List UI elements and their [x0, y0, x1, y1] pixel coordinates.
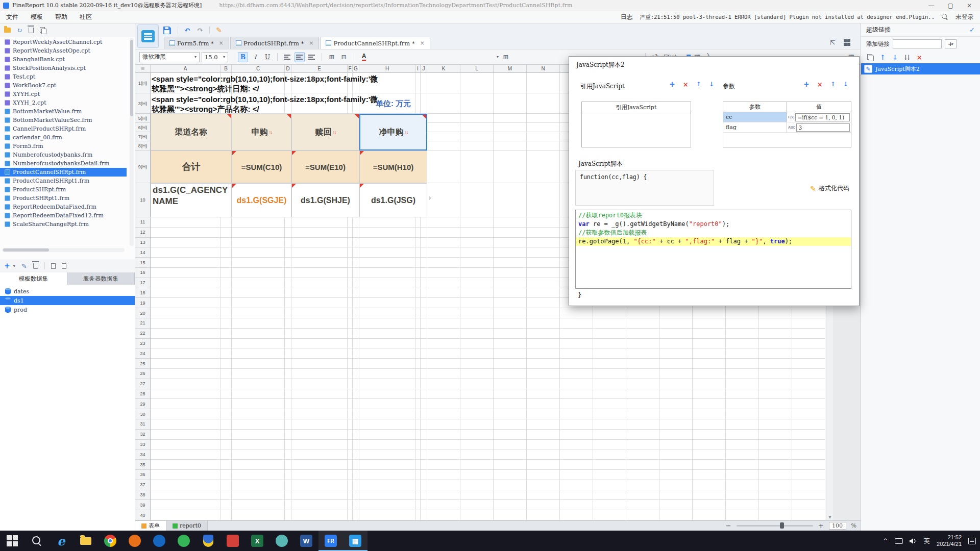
font-size-select[interactable]: 15.0▾	[202, 52, 228, 62]
file-tree-item[interactable]: NumberofcustodybanksDetail.frm	[0, 159, 127, 168]
ref-down-icon[interactable]: ↓	[709, 81, 714, 88]
start-button[interactable]	[0, 531, 24, 551]
file-tree-item[interactable]: ReportRedeemDataFixed12.frm	[0, 211, 127, 220]
file-tree-item[interactable]: carlendar_00.frm	[0, 133, 127, 142]
cell-unit-label[interactable]: 单位: 万元	[359, 93, 427, 114]
template-web-settings-button[interactable]	[137, 24, 159, 48]
font-color-caret-icon[interactable]: ▾	[497, 55, 499, 59]
cell-net-subscribe-header-selected[interactable]: 净申购↑↓	[359, 114, 427, 151]
file-tree-hscrollbar[interactable]	[2, 248, 125, 252]
cell-subscribe-header[interactable]: 申购↑↓	[232, 114, 291, 151]
cell-sum-h10[interactable]: =SUM(H10)	[359, 151, 427, 183]
tab-report0[interactable]: report0	[166, 521, 208, 531]
layout-grid-icon[interactable]	[844, 39, 850, 46]
param-value[interactable]: F(x)=if($cc = 1, 0, 1)	[787, 112, 851, 122]
param-row[interactable]: ccF(x)=if($cc = 1, 0, 1)	[723, 112, 851, 122]
dataset-tab[interactable]: 服务器数据集	[67, 272, 135, 285]
add-ref-icon[interactable]: +	[669, 80, 675, 88]
param-row[interactable]: flagABC3	[723, 122, 851, 133]
close-tab-icon[interactable]: ×	[219, 40, 224, 46]
remove-ref-icon[interactable]: ×	[683, 81, 689, 88]
delete-dataset-icon[interactable]	[33, 263, 38, 269]
chrome-button[interactable]	[98, 531, 122, 551]
hyperlink-item[interactable]: ✎JavaScript脚本2	[861, 63, 980, 74]
word-button[interactable]: W	[294, 531, 318, 551]
confirm-check-icon[interactable]: ✓	[969, 26, 975, 34]
security-shield-button[interactable]	[196, 531, 220, 551]
ref-up-icon[interactable]: ↑	[696, 81, 701, 88]
border-button[interactable]: ⊞	[501, 52, 511, 62]
export-icon[interactable]: ⇱	[830, 39, 836, 46]
ref-js-table[interactable]: 引用JavaScript	[581, 102, 691, 147]
chat-button[interactable]	[270, 531, 294, 551]
align-right-button[interactable]	[307, 52, 317, 62]
dataset-item[interactable]: ds1	[0, 296, 135, 305]
volume-icon[interactable]	[910, 538, 917, 544]
clock[interactable]: 21:52 2021/4/21	[937, 534, 962, 547]
param-table[interactable]: 参数 值 ccF(x)=if($cc = 1, 0, 1)flagABC3	[723, 102, 851, 147]
new-folder-icon[interactable]	[4, 28, 11, 33]
delete-file-icon[interactable]	[29, 28, 34, 33]
expand-arrow-icon[interactable]: ›	[428, 193, 431, 203]
zoom-out-button[interactable]: −	[726, 522, 731, 530]
file-tree-item[interactable]: StockPositionAnalysis.cpt	[0, 64, 127, 72]
cell-total-label[interactable]: 合计	[151, 151, 232, 183]
move-up-icon[interactable]: ↑	[880, 54, 886, 61]
excel-button[interactable]: X	[245, 531, 270, 551]
action-center-icon[interactable]	[968, 538, 976, 544]
align-left-button[interactable]	[282, 52, 292, 62]
redo-icon[interactable]: ↷	[197, 27, 204, 34]
copy-link-icon[interactable]	[867, 54, 873, 60]
file-explorer-button[interactable]	[74, 531, 98, 551]
param-up-icon[interactable]: ↑	[830, 81, 836, 88]
underline-button[interactable]: U	[262, 52, 273, 62]
zoom-slider-thumb[interactable]	[780, 522, 784, 529]
dataset-item[interactable]: dates	[0, 287, 135, 296]
menu-item[interactable]: 文件	[0, 11, 24, 23]
document-tab[interactable]: ProductCannelSHRpt.frm *×	[320, 37, 430, 49]
copy-file-icon[interactable]	[40, 27, 46, 33]
bold-button[interactable]: B	[238, 52, 248, 62]
browser-orange-button[interactable]	[122, 531, 147, 551]
file-tree-item[interactable]: ShanghaiBank.cpt	[0, 55, 127, 64]
merge-cells-button[interactable]: ⊞	[327, 52, 337, 62]
cell-redeem-header[interactable]: 赎回↑↓	[291, 114, 359, 151]
font-color-button[interactable]: A	[359, 52, 369, 62]
param-value-input[interactable]: =if($cc = 1, 0, 1)	[795, 113, 850, 121]
file-tree-item[interactable]: ProductSHRpt.frm	[0, 185, 127, 194]
delete-link-icon[interactable]: ×	[917, 54, 922, 61]
log-label[interactable]: 日志	[621, 13, 633, 21]
italic-button[interactable]: I	[250, 52, 260, 62]
undo-icon[interactable]: ↶	[184, 27, 191, 34]
refresh-icon[interactable]: ↻	[17, 27, 22, 34]
close-tab-icon[interactable]: ×	[420, 40, 425, 46]
code-editor[interactable]: //获取report0报表块var re = _g().getWidgetByN…	[575, 210, 851, 289]
file-tree-item[interactable]: BottomMarketValue.frm	[0, 107, 127, 116]
zoom-value[interactable]: 100	[829, 522, 846, 530]
zoom-in-button[interactable]: +	[818, 522, 824, 530]
file-tree-item[interactable]: Numberofcustodybanks.frm	[0, 151, 127, 159]
file-tree-item[interactable]: WorkBook7.cpt	[0, 81, 127, 90]
param-value[interactable]: ABC3	[787, 122, 851, 133]
tray-expand-icon[interactable]: ^	[883, 537, 888, 545]
cell-field-sgje[interactable]: ds1.G(SGJE)	[232, 183, 291, 217]
scroll-down-icon[interactable]: ▼	[826, 514, 834, 520]
menu-item[interactable]: 模板	[24, 11, 49, 23]
maximize-button[interactable]: ▢	[948, 2, 953, 9]
align-center-button[interactable]	[295, 52, 305, 62]
document-tab[interactable]: Form5.frm *×	[164, 37, 229, 49]
param-name[interactable]: flag	[723, 122, 787, 133]
dataset-item[interactable]: prod	[0, 305, 135, 314]
save-icon[interactable]	[163, 26, 172, 35]
file-tree-item[interactable]: BottomMarketValueSec.frm	[0, 116, 127, 124]
cell-title-product[interactable]: <span style="color:rgb(10,10,10);font-si…	[152, 94, 379, 116]
search-icon[interactable]	[942, 14, 948, 20]
edge-button[interactable]: e	[49, 531, 74, 551]
file-tree-item[interactable]: Test.cpt	[0, 72, 127, 81]
move-down-icon[interactable]: ↓	[892, 54, 898, 61]
js-script-dialog[interactable]: JavaScript脚本2 引用JavaScript + × ↑ ↓ 引用Jav…	[569, 56, 860, 306]
cell-field-shje[interactable]: ds1.G(SHJE)	[291, 183, 359, 217]
menu-item[interactable]: 社区	[74, 11, 98, 23]
param-name[interactable]: cc	[723, 112, 787, 122]
minimize-button[interactable]: —	[928, 2, 935, 9]
